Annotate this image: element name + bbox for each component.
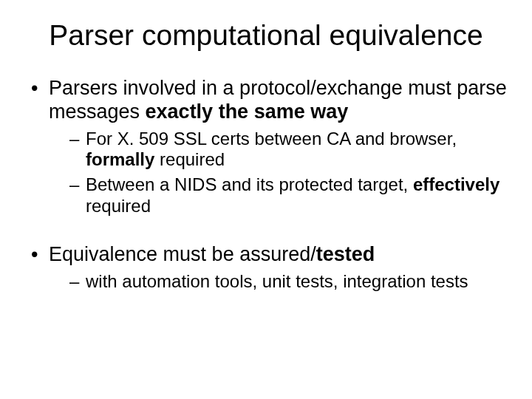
bullet-2-text-pre: Equivalence must be assured/: [49, 243, 316, 265]
bullet-1-sub-2-post: required: [86, 196, 151, 216]
bullet-1: Parsers involved in a protocol/exchange …: [31, 77, 510, 216]
bullet-1-sub-1-pre: For X. 509 SSL certs between CA and brow…: [86, 129, 457, 149]
bullet-1-text-bold: exactly the same way: [146, 100, 349, 123]
slide-title: Parser computational equivalence: [22, 19, 510, 52]
bullet-list: Parsers involved in a protocol/exchange …: [22, 77, 510, 292]
bullet-1-sub-2: Between a NIDS and its protected target,…: [69, 174, 510, 216]
bullet-1-sub-2-pre: Between a NIDS and its protected target,: [86, 174, 413, 194]
bullet-2-text-bold: tested: [316, 243, 375, 265]
slide: Parser computational equivalence Parsers…: [0, 0, 532, 399]
spacer: [31, 224, 510, 243]
bullet-1-sub-1-post: required: [154, 149, 225, 169]
bullet-1-sub-1-bold: formally: [86, 149, 154, 169]
bullet-2: Equivalence must be assured/tested with …: [31, 243, 510, 292]
bullet-1-sub-2-bold: effectively: [413, 174, 499, 194]
bullet-1-sub-1: For X. 509 SSL certs between CA and brow…: [69, 129, 510, 171]
bullet-2-sub-1-text: with automation tools, unit tests, integ…: [86, 271, 468, 291]
bullet-2-sublist: with automation tools, unit tests, integ…: [49, 271, 510, 292]
bullet-1-sublist: For X. 509 SSL certs between CA and brow…: [49, 129, 510, 216]
bullet-2-sub-1: with automation tools, unit tests, integ…: [69, 271, 510, 292]
